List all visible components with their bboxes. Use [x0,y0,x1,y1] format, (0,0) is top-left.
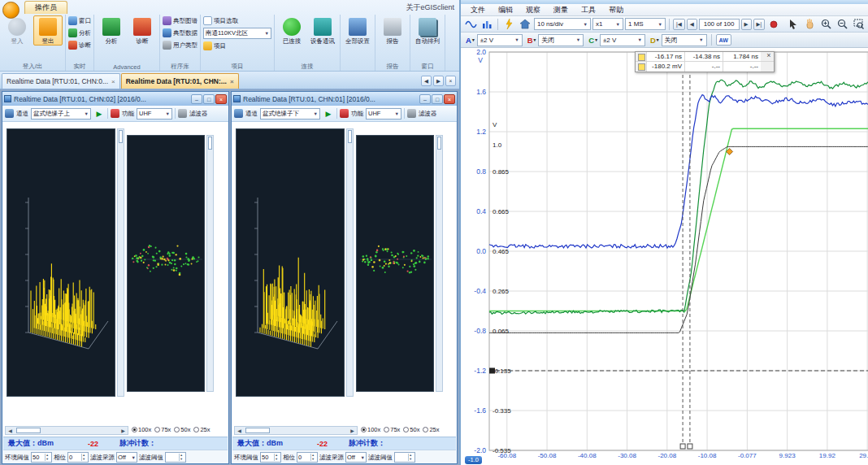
slider-thumb[interactable] [437,137,441,150]
menu-item[interactable]: 编辑 [492,5,519,15]
channel-select[interactable]: 盆式绝缘子下▼ [260,108,320,120]
control-input[interactable]: 0▴▾ [297,452,318,463]
ribbon-button[interactable]: 诊断 [68,40,91,50]
scroll-left-icon[interactable]: ◀ [235,428,244,433]
persistence-mode-icon[interactable] [501,18,516,31]
ribbon-button[interactable]: 登出 [33,15,63,46]
menu-item[interactable]: 工具 [575,5,602,15]
home-settings-icon[interactable] [518,18,532,31]
ribbon-button[interactable]: 用户类型 [163,40,197,50]
close-icon[interactable]: × [445,76,456,86]
ribbon-button[interactable]: 登入 [2,15,32,46]
spinner-icon[interactable]: ▴▾ [45,454,48,461]
vertical-slider[interactable] [436,135,443,392]
ribbon-button[interactable]: 窗口 [68,15,91,26]
waveform-view-icon[interactable] [463,18,478,31]
restore-button[interactable]: □ [203,94,215,104]
channel-c-button[interactable]: C▾ [588,36,597,45]
control-input[interactable]: 0▴▾ [67,452,89,463]
ribbon-button[interactable]: 设备通讯 [308,15,337,46]
close-button[interactable]: × [444,94,455,104]
zoom-radio-100x[interactable]: 100x [361,426,380,433]
scroll-right-icon[interactable]: ▶ [433,76,444,86]
ribbon-button[interactable]: 自动排列 [413,15,442,46]
channel-c-range-select[interactable]: ±2 V▼ [600,34,645,46]
slider-thumb[interactable] [348,130,352,143]
ribbon-tab-operator[interactable]: 操作员 [24,1,67,14]
normal-cursor-icon[interactable] [786,18,801,31]
control-input[interactable]: 50▴▾ [31,452,52,463]
buffer-overview-icon[interactable] [766,18,781,31]
spinner-icon[interactable]: ▴▾ [310,454,314,461]
zoom-out-icon[interactable] [835,18,849,31]
horizontal-scrollbar[interactable]: ◀▶ [234,426,358,435]
scroll-right-icon[interactable]: ▶ [348,428,357,433]
marquee-zoom-icon[interactable] [851,18,866,31]
scroll-left-icon[interactable]: ◀ [421,76,432,86]
ribbon-button[interactable]: 已连接 [277,15,306,46]
scroll-right-icon[interactable]: ▶ [119,428,128,433]
menu-item[interactable]: 帮助 [602,5,630,15]
ribbon-button[interactable]: 分析 [68,28,91,38]
play-button[interactable]: ▶ [323,110,334,118]
vertical-slider[interactable] [206,135,214,392]
time-ruler-handle[interactable] [680,444,685,449]
ribbon-button[interactable]: 典型图谱 [163,15,197,26]
vertical-slider[interactable] [346,128,354,397]
function-select[interactable]: UHF▼ [366,108,401,120]
time-ruler-handle[interactable] [688,444,692,449]
sample-count-select[interactable]: 1 MS▼ [625,18,666,30]
waveform-plot[interactable]: -60.08-50.08-40.08-30.08-20.08-10.08-0.0… [461,48,868,465]
zoom-radio-50x[interactable]: 50x [403,426,419,433]
channel-select[interactable]: 盆式绝缘子上▼ [31,108,91,120]
awg-button[interactable]: AW [716,34,731,46]
ribbon-button[interactable]: 全部设置 [343,15,372,46]
slider-thumb[interactable] [208,137,212,150]
close-icon[interactable]: × [765,51,773,59]
ruler-legend[interactable]: -16.17 ns -14.38 ns 1.784 ns × -180.2 mV… [635,51,775,72]
first-buffer-button[interactable]: |◀ [673,19,685,30]
close-icon[interactable]: × [111,78,115,85]
vertical-slider[interactable] [117,128,124,397]
document-tab[interactable]: Realtime Data [RTU:01, CHN:...× [121,73,239,89]
ribbon-button[interactable]: 典型数据 [163,28,197,38]
mdi-window-titlebar[interactable]: Realtime Data [RTU:01, CHN:02] [2016/0..… [2,92,228,106]
zoom-radio-50x[interactable]: 50x [174,426,190,433]
ribbon-button[interactable]: 分析 [97,15,126,46]
spinner-icon[interactable]: ▴▾ [81,454,85,461]
menu-item[interactable]: 测量 [547,5,575,15]
filter-source-select[interactable]: Off▼ [345,452,367,463]
about-link[interactable]: 关于eGISclient [406,2,454,13]
close-button[interactable]: × [215,94,227,104]
restore-button[interactable]: □ [432,94,443,104]
filter-source-select[interactable]: Off▼ [116,452,137,463]
menu-item[interactable]: 文件 [464,5,492,15]
last-buffer-button[interactable]: ▶| [753,19,766,30]
function-select[interactable]: UHF▼ [137,108,172,120]
zoom-multiplier-select[interactable]: x1▼ [592,18,623,30]
channel-d-range-select[interactable]: 关闭▼ [662,34,707,46]
channel-b-button[interactable]: B▾ [527,36,536,45]
horizontal-scrollbar[interactable]: ◀▶ [5,426,128,435]
minimize-button[interactable]: – [191,94,202,104]
ribbon-button[interactable]: 报告 [378,15,407,46]
channel-a-button[interactable]: A▾ [466,36,475,45]
zoom-radio-75x[interactable]: 75x [384,426,400,433]
scrollbar-thumb[interactable] [16,428,41,433]
document-tab[interactable]: Realtime Data [RTU:01, CHN:0...× [2,73,120,89]
control-input[interactable]: 50▴▾ [260,452,281,463]
channel-d-button[interactable]: D▾ [650,36,659,45]
mdi-window-titlebar[interactable]: Realtime Data [RTU:01, CHN:01] [2016/0..… [232,92,457,106]
next-buffer-button[interactable]: ▶ [741,19,752,30]
project-region-select[interactable]: 南通110KV北区▼ [203,28,271,39]
play-button[interactable]: ▶ [93,110,105,118]
channel-b-range-select[interactable]: 关闭▼ [538,34,584,46]
close-icon[interactable]: × [230,78,234,85]
zoom-radio-100x[interactable]: 100x [132,426,151,433]
scrollbar-thumb[interactable] [245,428,270,433]
pan-hand-icon[interactable] [802,18,817,31]
axis-offset-badge[interactable]: -1.0 [465,456,482,464]
control-input[interactable]: ▴▾ [394,452,415,463]
zoom-radio-25x[interactable]: 25x [193,426,210,433]
channel-a-range-select[interactable]: ±2 V▼ [477,34,523,46]
